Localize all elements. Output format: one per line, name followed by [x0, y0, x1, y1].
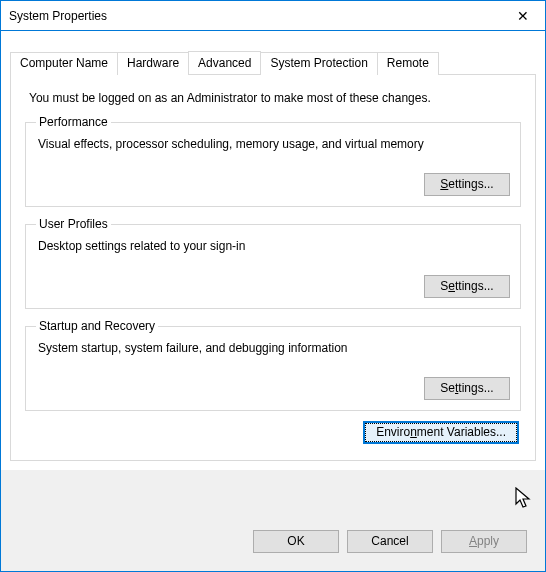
cursor-icon [515, 487, 535, 511]
environment-variables-button[interactable]: Environment Variables... [363, 421, 519, 444]
tabstrip: Computer Name Hardware Advanced System P… [10, 51, 536, 74]
window-title: System Properties [9, 9, 107, 23]
startup-recovery-legend: Startup and Recovery [36, 319, 158, 333]
tab-remote[interactable]: Remote [377, 52, 439, 75]
close-button[interactable]: ✕ [500, 1, 545, 31]
dialog-button-row: OK Cancel Apply [9, 520, 537, 563]
performance-legend: Performance [36, 115, 111, 129]
tab-panel-advanced: You must be logged on as an Administrato… [10, 74, 536, 461]
content-area: Computer Name Hardware Advanced System P… [1, 31, 545, 470]
performance-settings-label: ettings... [448, 177, 493, 191]
tab-computer-name[interactable]: Computer Name [10, 52, 118, 75]
user-profiles-legend: User Profiles [36, 217, 111, 231]
startup-recovery-settings-button[interactable]: Settings... [424, 377, 510, 400]
user-profiles-group: User Profiles Desktop settings related t… [25, 217, 521, 309]
titlebar: System Properties ✕ [1, 1, 545, 31]
startup-recovery-group: Startup and Recovery System startup, sys… [25, 319, 521, 411]
startup-recovery-settings-label: tings... [458, 381, 493, 395]
startup-recovery-desc: System startup, system failure, and debu… [38, 341, 510, 355]
close-icon: ✕ [517, 8, 529, 24]
system-properties-dialog: System Properties ✕ Computer Name Hardwa… [0, 0, 546, 572]
apply-button[interactable]: Apply [441, 530, 527, 553]
apply-label: pply [477, 534, 499, 548]
tab-hardware[interactable]: Hardware [117, 52, 189, 75]
tab-advanced[interactable]: Advanced [188, 51, 261, 74]
performance-desc: Visual effects, processor scheduling, me… [38, 137, 510, 151]
user-profiles-settings-label: ttings... [455, 279, 494, 293]
ok-button[interactable]: OK [253, 530, 339, 553]
performance-group: Performance Visual effects, processor sc… [25, 115, 521, 207]
tab-system-protection[interactable]: System Protection [260, 52, 377, 75]
cancel-button[interactable]: Cancel [347, 530, 433, 553]
user-profiles-desc: Desktop settings related to your sign-in [38, 239, 510, 253]
environment-variables-label: ment Variables... [417, 425, 506, 439]
performance-settings-button[interactable]: Settings... [424, 173, 510, 196]
admin-note-text: You must be logged on as an Administrato… [29, 91, 521, 105]
user-profiles-settings-button[interactable]: Settings... [424, 275, 510, 298]
